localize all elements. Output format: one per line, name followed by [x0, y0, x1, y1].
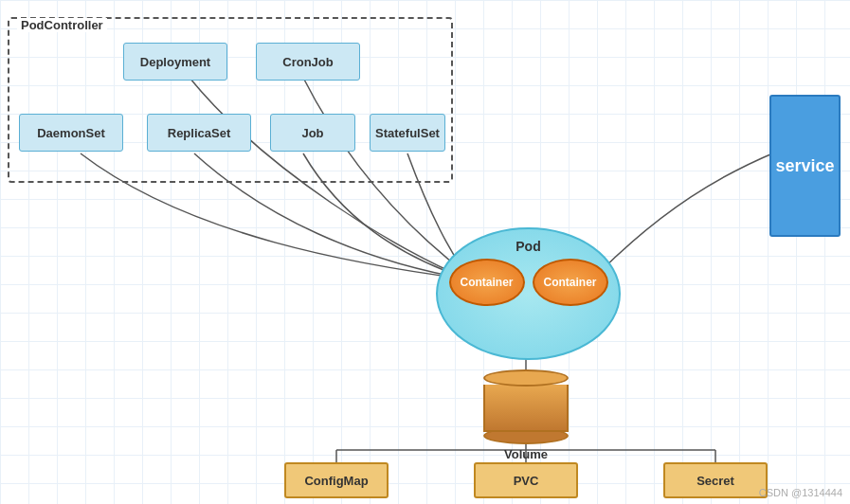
- volume-top: [483, 369, 569, 387]
- container-2: Container: [533, 259, 608, 306]
- cronjob-box: CronJob: [256, 43, 360, 81]
- deployment-box: Deployment: [123, 43, 227, 81]
- pod-controller-box: PodController Deployment CronJob DaemonS…: [8, 17, 453, 183]
- volume-wrap: Volume: [483, 369, 569, 461]
- volume-label: Volume: [504, 447, 548, 461]
- job-box: Job: [270, 114, 355, 152]
- container-1: Container: [449, 259, 525, 306]
- pod-label: Pod: [515, 239, 540, 254]
- pod-controller-label: PodController: [17, 18, 107, 32]
- pvc-box: PVC: [474, 462, 578, 498]
- daemonset-box: DaemonSet: [19, 114, 123, 152]
- pod-containers: Container Container: [449, 259, 608, 306]
- secret-box: Secret: [663, 462, 768, 498]
- volume-body: [483, 385, 569, 432]
- service-box: service: [769, 95, 841, 237]
- diagram-container: PodController Deployment CronJob DaemonS…: [0, 0, 850, 504]
- replicaset-box: ReplicaSet: [147, 114, 251, 152]
- watermark: CSDN @1314444: [759, 487, 842, 498]
- configmap-box: ConfigMap: [284, 462, 389, 498]
- pod-ellipse: Pod Container Container: [436, 227, 621, 360]
- statefulset-box: StatefulSet: [370, 114, 445, 152]
